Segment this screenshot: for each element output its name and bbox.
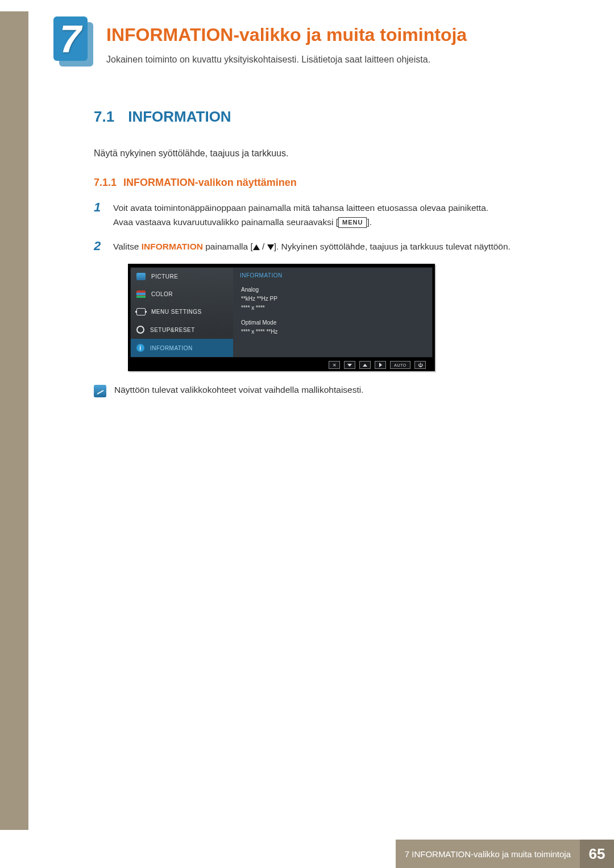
page-content: 7 INFORMATION-valikko ja muita toimintoj… [51, 0, 580, 397]
osd-menu: PICTURE COLOR MENU SETTINGS SETUP&RESET [131, 268, 233, 357]
arrow-up-icon [253, 244, 260, 250]
osd-item-menu-settings: MENU SETTINGS [131, 303, 233, 321]
osd-panel-l1: Analog [241, 285, 424, 294]
footer-text: 7 INFORMATION-valikko ja muita toimintoj… [396, 840, 580, 868]
chapter-badge: 7 [51, 14, 94, 68]
subsection-title: INFORMATION-valikon näyttäminen [123, 177, 297, 188]
osd-btn-down [344, 361, 355, 369]
step-number: 2 [94, 240, 104, 254]
page-footer: 7 INFORMATION-valikko ja muita toimintoj… [0, 840, 614, 868]
info-icon: i [136, 344, 144, 352]
step-number: 1 [94, 201, 104, 230]
subsection-heading: 7.1.1INFORMATION-valikon näyttäminen [94, 177, 580, 189]
osd-item-setup-reset: SETUP&RESET [131, 321, 233, 339]
step-1: 1 Voit avata toimintonäppäinoppaan paina… [94, 201, 580, 230]
osd-btn-power: ⏻ [414, 361, 426, 369]
osd-btn-auto: AUTO [390, 361, 410, 369]
note-text: Näyttöön tulevat valikkokohteet voivat v… [114, 385, 364, 395]
osd-btn-close: ✕ [329, 361, 340, 369]
osd-panel-l4: Optimal Mode [241, 318, 424, 327]
sidebar-stripe [0, 11, 28, 830]
picture-icon [136, 273, 146, 280]
menu-chip: MENU [338, 217, 367, 229]
color-icon [136, 290, 146, 298]
osd-footer: ✕ AUTO ⏻ [130, 358, 433, 370]
osd-panel-l3: **** x **** [241, 304, 424, 313]
step-1-line2a: Avaa vastaava kuvaruutuvalikko painamall… [113, 217, 338, 227]
section-title: INFORMATION [128, 108, 231, 125]
chapter-subtitle: Jokainen toiminto on kuvattu yksityiskoh… [106, 55, 467, 65]
section-number: 7.1 [94, 108, 114, 125]
step-2-highlight: INFORMATION [142, 242, 203, 251]
osd-panel-l5: **** x **** **Hz [241, 327, 424, 337]
step-2-a: Valitse [113, 242, 142, 251]
chapter-number: 7 [53, 16, 88, 61]
step-2-c: ]. Nykyinen syöttölähde, taajuus ja tark… [274, 242, 511, 251]
section-heading: 7.1INFORMATION [94, 108, 580, 126]
chapter-header: 7 INFORMATION-valikko ja muita toimintoj… [51, 14, 580, 68]
osd-item-picture: PICTURE [131, 268, 233, 285]
step-1-line2b: ]. [367, 217, 372, 227]
osd-item-color: COLOR [131, 285, 233, 303]
step-1-line1: Voit avata toimintonäppäinoppaan painama… [113, 203, 488, 213]
osd-panel-title: INFORMATION [233, 270, 432, 284]
note: Näyttöön tulevat valikkokohteet voivat v… [94, 385, 580, 397]
osd-screenshot: PICTURE COLOR MENU SETTINGS SETUP&RESET [128, 264, 435, 371]
osd-panel-l2: **kHz **Hz PP [241, 294, 424, 304]
step-2: 2 Valitse INFORMATION painamalla [ / ]. … [94, 240, 580, 254]
section-intro: Näytä nykyinen syöttölähde, taajuus ja t… [94, 148, 580, 159]
subsection-number: 7.1.1 [94, 177, 117, 188]
osd-panel: INFORMATION Analog **kHz **Hz PP **** x … [233, 268, 432, 357]
osd-btn-right [375, 361, 386, 369]
osd-btn-up [359, 361, 371, 369]
gear-icon [136, 326, 144, 334]
chapter-title: INFORMATION-valikko ja muita toimintoja [106, 14, 467, 45]
arrow-down-icon [267, 244, 274, 250]
note-icon [94, 385, 106, 397]
menu-settings-icon [136, 308, 146, 315]
osd-item-information: i INFORMATION [131, 339, 233, 357]
section: 7.1INFORMATION Näytä nykyinen syöttölähd… [51, 108, 580, 397]
page-number: 65 [580, 840, 614, 868]
step-2-b: painamalla [ [203, 242, 253, 251]
